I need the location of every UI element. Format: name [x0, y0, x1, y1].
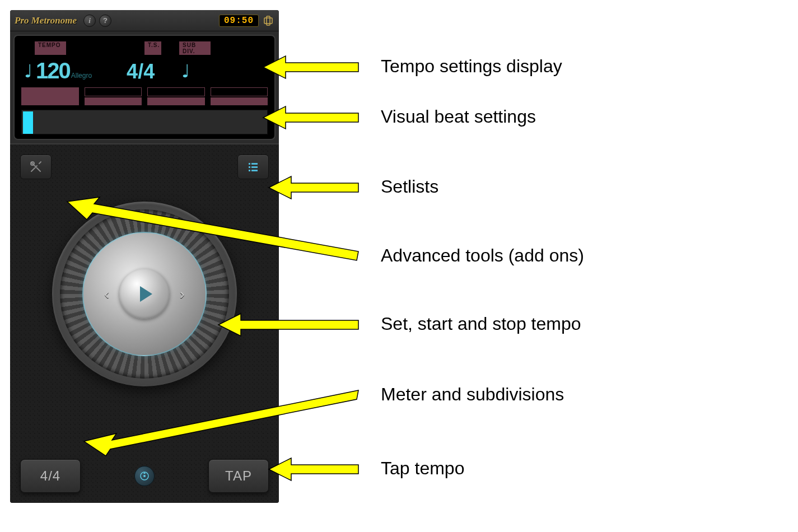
dial-small-icon — [139, 470, 150, 482]
beat-box-1[interactable] — [21, 87, 79, 105]
beat-box-4[interactable] — [211, 87, 268, 105]
tempo-value: 120 — [36, 59, 70, 82]
annotation-advanced-tools: Advanced tools (add ons) — [370, 245, 584, 266]
tempo-name: Allegro — [71, 72, 92, 80]
tempo-heading: TEMPO — [35, 41, 66, 55]
subdiv-heading: SUB DIV. — [179, 41, 211, 55]
svg-rect-4 — [249, 166, 250, 168]
rotate-button[interactable] — [262, 15, 274, 27]
annotation-label: Setlists — [381, 176, 438, 197]
meter-button-label: 4/4 — [40, 468, 60, 484]
time-signature-value: 4/4 — [127, 62, 155, 82]
annotation-label: Meter and subdivisions — [381, 384, 564, 405]
advanced-tools-button[interactable] — [20, 155, 52, 179]
annotation-label: Set, start and stop tempo — [381, 314, 581, 334]
beat-position-indicator — [23, 111, 33, 134]
lcd-panel: TEMPO T.S. SUB DIV. ♩ 120 Allegro 4/4 ♩ — [13, 35, 276, 140]
svg-rect-5 — [251, 166, 258, 168]
svg-rect-2 — [249, 163, 250, 165]
help-icon: ? — [103, 16, 108, 25]
metronome-app: Pro Metronome i ? 09:50 TEMPO T.S. SUB D… — [10, 10, 279, 503]
subdiv-note-icon: ♩ — [181, 60, 190, 82]
list-icon — [246, 160, 260, 174]
svg-rect-3 — [251, 163, 258, 165]
visual-beat-bar[interactable] — [21, 110, 268, 134]
svg-point-9 — [143, 475, 146, 477]
annotation-label: Tap tempo — [381, 458, 464, 479]
rotate-icon — [263, 16, 273, 26]
beat-box-3[interactable] — [147, 87, 205, 105]
tempo-dial[interactable]: ‹ › — [52, 202, 237, 386]
svg-rect-6 — [249, 170, 250, 171]
ts-heading: T.S. — [144, 41, 161, 55]
play-button[interactable] — [119, 269, 170, 319]
info-button[interactable]: i — [83, 15, 96, 27]
svg-rect-0 — [264, 18, 272, 24]
app-header: Pro Metronome i ? 09:50 — [10, 10, 279, 31]
annotation-meter: Meter and subdivisions — [370, 384, 564, 405]
setlists-button[interactable] — [237, 155, 269, 179]
annotation-label: Tempo settings display — [381, 56, 562, 77]
lcd-heading-row: TEMPO T.S. SUB DIV. — [21, 41, 268, 55]
tempo-decrease-button[interactable]: ‹ — [104, 286, 109, 303]
annotation-setlists: Setlists — [370, 176, 438, 197]
play-icon — [140, 286, 152, 302]
help-button[interactable]: ? — [99, 15, 111, 27]
annotation-label: Advanced tools (add ons) — [381, 245, 584, 266]
annotation-tap: Tap tempo — [370, 458, 464, 479]
svg-rect-7 — [251, 170, 258, 171]
annotation-visual-beat: Visual beat settings — [370, 106, 536, 127]
sound-mode-button[interactable] — [134, 466, 155, 486]
bottom-button-row: 4/4 TAP — [20, 459, 269, 493]
annotation-label: Visual beat settings — [381, 106, 536, 127]
beat-box-2[interactable] — [85, 87, 142, 105]
app-title: Pro Metronome — [15, 15, 77, 26]
lcd-values-row[interactable]: ♩ 120 Allegro 4/4 ♩ — [21, 56, 268, 82]
tool-row — [20, 155, 269, 179]
clock-display: 09:50 — [219, 15, 259, 27]
tempo-increase-button[interactable]: › — [180, 286, 185, 303]
annotation-dial: Set, start and stop tempo — [370, 314, 581, 334]
svg-marker-12 — [269, 176, 358, 199]
tap-tempo-button[interactable]: TAP — [208, 459, 269, 493]
control-panel: ‹ › 4/4 TAP — [10, 143, 279, 503]
tap-button-label: TAP — [225, 468, 252, 484]
info-icon: i — [88, 16, 91, 25]
annotation-tempo-display: Tempo settings display — [370, 56, 562, 77]
tools-icon — [29, 160, 43, 174]
svg-marker-16 — [269, 458, 358, 480]
meter-button[interactable]: 4/4 — [20, 459, 81, 493]
beat-accent-row[interactable] — [21, 87, 268, 105]
dial-face: ‹ › — [82, 232, 207, 356]
tempo-note-icon: ♩ — [21, 60, 35, 82]
